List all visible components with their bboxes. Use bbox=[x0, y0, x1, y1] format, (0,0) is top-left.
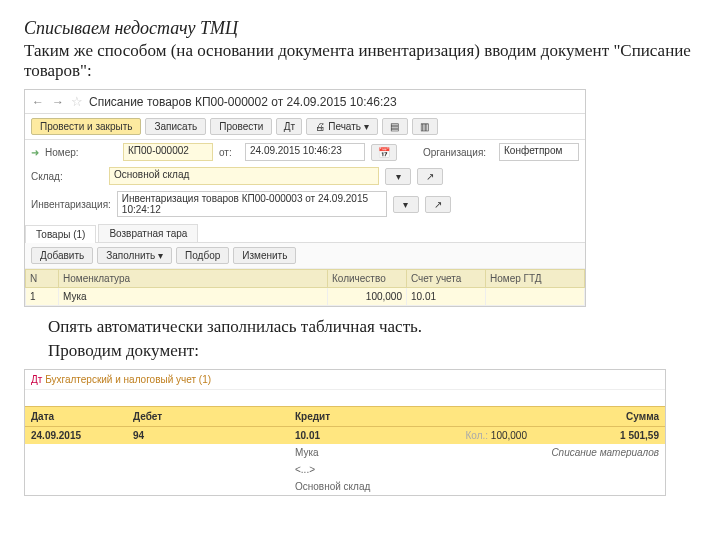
col-sum: Сумма bbox=[533, 407, 665, 427]
form-title: Списание товаров КП00-000002 от 24.09.20… bbox=[89, 95, 397, 109]
post-button[interactable]: Провести bbox=[210, 118, 272, 135]
postings-title: Дт Бухгалтерский и налоговый учет (1) bbox=[25, 370, 665, 390]
col-gtd: Номер ГТД bbox=[486, 270, 585, 288]
warehouse-open-icon[interactable]: ↗ bbox=[417, 168, 443, 185]
goods-table: N Номенклатура Количество Счет учета Ном… bbox=[25, 269, 585, 306]
cell-nom: Мука bbox=[289, 444, 533, 461]
writeoff-form-screenshot: ← → ☆ Списание товаров КП00-000002 от 24… bbox=[24, 89, 586, 307]
mid-text-2: Проводим документ: bbox=[48, 341, 696, 361]
cell-wh: Основной склад bbox=[289, 478, 533, 495]
mid-text-1: Опять автоматически заполнилась таблична… bbox=[48, 317, 696, 337]
print-button[interactable]: 🖨 Печать ▾ bbox=[306, 118, 377, 135]
posting-row-wh: Основной склад bbox=[25, 478, 665, 495]
pick-button[interactable]: Подбор bbox=[176, 247, 229, 264]
col-qty: Количество bbox=[328, 270, 407, 288]
cell-desc: Списание материалов bbox=[533, 444, 665, 461]
toolbar: Провести и закрыть Записать Провести Дт … bbox=[25, 114, 585, 140]
toolbar-extra-icon-1[interactable]: ▤ bbox=[382, 118, 408, 135]
col-debit: Дебет bbox=[127, 407, 289, 427]
cell-nom: Мука bbox=[59, 288, 328, 306]
org-input[interactable]: Конфетпром bbox=[499, 143, 579, 161]
cell-debit: 94 bbox=[127, 427, 289, 445]
posting-row-blank: <...> bbox=[25, 461, 665, 478]
inventory-open-icon[interactable]: ↗ bbox=[425, 196, 451, 213]
inventory-label: Инвентаризация: bbox=[31, 199, 111, 210]
postings-screenshot: Дт Бухгалтерский и налоговый учет (1) Да… bbox=[24, 369, 666, 496]
cell-n: 1 bbox=[26, 288, 59, 306]
save-button[interactable]: Записать bbox=[145, 118, 206, 135]
tab-returnable[interactable]: Возвратная тара bbox=[98, 224, 198, 242]
table-header-row: N Номенклатура Количество Счет учета Ном… bbox=[26, 270, 585, 288]
org-label: Организация: bbox=[423, 147, 493, 158]
cell-account: 10.01 bbox=[407, 288, 486, 306]
posting-row-main[interactable]: 24.09.2015 94 10.01 Кол.: 100,000 1 501,… bbox=[25, 427, 665, 445]
dt-kt-icon[interactable]: Дт bbox=[276, 118, 302, 135]
postings-header-row: Дата Дебет Кредит Сумма bbox=[25, 407, 665, 427]
titlebar: ← → ☆ Списание товаров КП00-000002 от 24… bbox=[25, 90, 585, 114]
dtkt-icon: Дт bbox=[31, 374, 42, 385]
tabs: Товары (1) Возвратная тара bbox=[25, 224, 585, 243]
warehouse-label: Склад: bbox=[31, 171, 103, 182]
cell-date: 24.09.2015 bbox=[25, 427, 127, 445]
tab-goods[interactable]: Товары (1) bbox=[25, 225, 96, 243]
favorite-icon[interactable]: ☆ bbox=[71, 94, 83, 109]
number-label: Номер: bbox=[45, 147, 117, 158]
table-toolbar: Добавить Заполнить ▾ Подбор Изменить bbox=[25, 243, 585, 269]
inventory-select-icon[interactable]: ▾ bbox=[393, 196, 419, 213]
heading-line2: Таким же способом (на основании документ… bbox=[24, 41, 696, 81]
nav-back-icon[interactable]: ← bbox=[31, 95, 45, 109]
col-credit: Кредит bbox=[289, 407, 533, 427]
cell-qty: 100,000 bbox=[328, 288, 407, 306]
col-date: Дата bbox=[25, 407, 127, 427]
postings-table: Дата Дебет Кредит Сумма 24.09.2015 94 10… bbox=[25, 406, 665, 495]
add-button[interactable]: Добавить bbox=[31, 247, 93, 264]
change-button[interactable]: Изменить bbox=[233, 247, 296, 264]
col-nomenclature: Номенклатура bbox=[59, 270, 328, 288]
cell-credit: 10.01 Кол.: 100,000 bbox=[289, 427, 533, 445]
toolbar-extra-icon-2[interactable]: ▥ bbox=[412, 118, 438, 135]
col-account: Счет учета bbox=[407, 270, 486, 288]
table-row[interactable]: 1 Мука 100,000 10.01 bbox=[26, 288, 585, 306]
fill-button[interactable]: Заполнить ▾ bbox=[97, 247, 172, 264]
warehouse-input[interactable]: Основной склад bbox=[109, 167, 379, 185]
number-input[interactable]: КП00-000002 bbox=[123, 143, 213, 161]
cell-gtd bbox=[486, 288, 585, 306]
date-input[interactable]: 24.09.2015 10:46:23 bbox=[245, 143, 365, 161]
nav-forward-icon[interactable]: → bbox=[51, 95, 65, 109]
inventory-input[interactable]: Инвентаризация товаров КП00-000003 от 24… bbox=[117, 191, 387, 217]
posting-row-detail: Мука Списание материалов bbox=[25, 444, 665, 461]
post-and-close-button[interactable]: Провести и закрыть bbox=[31, 118, 141, 135]
warehouse-select-icon[interactable]: ▾ bbox=[385, 168, 411, 185]
doc-status-icon: ➜ bbox=[31, 147, 39, 158]
calendar-icon[interactable]: 📅 bbox=[371, 144, 397, 161]
date-label: от: bbox=[219, 147, 239, 158]
cell-blank: <...> bbox=[289, 461, 533, 478]
cell-sum: 1 501,59 bbox=[533, 427, 665, 445]
col-n: N bbox=[26, 270, 59, 288]
heading-line1: Списываем недостачу ТМЦ bbox=[24, 18, 696, 39]
